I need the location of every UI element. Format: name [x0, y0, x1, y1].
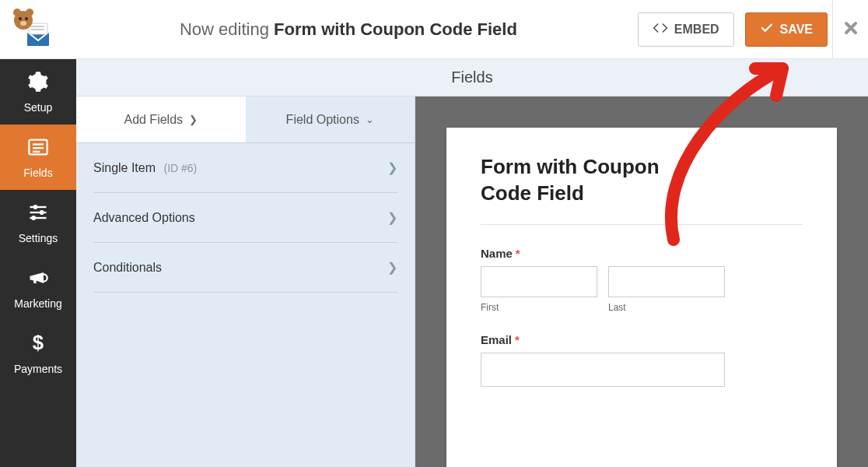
- list-icon: [27, 136, 49, 160]
- required-marker: *: [515, 333, 520, 346]
- svg-point-16: [33, 205, 38, 209]
- email-input[interactable]: [481, 353, 725, 387]
- divider: [481, 224, 803, 225]
- check-icon: [760, 21, 774, 38]
- chevron-right-icon: ❯: [189, 114, 198, 125]
- sidebar-label: Setup: [24, 101, 53, 114]
- embed-button[interactable]: EMBED: [638, 12, 734, 47]
- chevron-right-icon: ❯: [387, 210, 397, 225]
- option-advanced[interactable]: Advanced Options ❯: [93, 193, 397, 243]
- code-icon: [653, 20, 668, 39]
- option-single-item[interactable]: Single Item (ID #6) ❯: [93, 143, 397, 193]
- embed-label: EMBED: [674, 23, 719, 37]
- last-sublabel: Last: [608, 302, 725, 313]
- close-icon[interactable]: [842, 19, 860, 40]
- first-name-input[interactable]: [481, 266, 597, 297]
- field-panel: Add Fields ❯ Field Options ⌄ Single Item: [76, 97, 415, 467]
- gear-icon: [27, 71, 49, 95]
- editing-prefix: Now editing: [180, 19, 269, 39]
- sidebar-item-fields[interactable]: Fields: [0, 125, 76, 190]
- save-label: SAVE: [780, 23, 813, 37]
- svg-point-7: [26, 9, 33, 16]
- option-label: Advanced Options: [93, 211, 195, 225]
- option-conditionals[interactable]: Conditionals ❯: [93, 243, 397, 293]
- form-card: Form with Coupon Code Field Name * First: [446, 128, 837, 467]
- form-title: Form with Coupon Code Field: [481, 154, 683, 207]
- option-label: Single Item: [93, 161, 156, 174]
- bullhorn-icon: [27, 267, 49, 291]
- svg-rect-2: [29, 23, 47, 34]
- sidebar-item-marketing[interactable]: Marketing: [0, 255, 76, 321]
- sidebar-item-setup[interactable]: Setup: [0, 59, 76, 125]
- dollar-icon: $: [27, 332, 49, 356]
- chevron-right-icon: ❯: [387, 160, 397, 175]
- panel-header: Fields: [76, 59, 868, 97]
- sidebar: Setup Fields Settings Marketing: [0, 59, 76, 467]
- sidebar-label: Payments: [14, 363, 62, 375]
- name-label: Name: [481, 247, 513, 260]
- svg-point-10: [20, 21, 26, 26]
- sidebar-item-payments[interactable]: $ Payments: [0, 321, 76, 386]
- last-name-input[interactable]: [608, 266, 725, 297]
- chevron-down-icon: ⌄: [366, 114, 374, 125]
- required-marker: *: [516, 247, 520, 260]
- first-sublabel: First: [481, 302, 597, 313]
- tab-add-fields[interactable]: Add Fields ❯: [76, 97, 246, 143]
- tab-label: Add Fields: [124, 113, 183, 127]
- svg-text:$: $: [33, 332, 44, 353]
- sidebar-label: Settings: [19, 232, 58, 244]
- top-bar: Now editing Form with Coupon Code Field …: [0, 0, 868, 59]
- svg-point-6: [13, 9, 21, 16]
- email-label: Email: [481, 333, 512, 346]
- option-meta: (ID #6): [164, 162, 198, 174]
- name-field-group: Name * First Last: [481, 247, 803, 313]
- sidebar-item-settings[interactable]: Settings: [0, 190, 76, 255]
- sidebar-label: Fields: [23, 167, 52, 179]
- editing-title: Now editing Form with Coupon Code Field: [59, 19, 638, 40]
- tab-label: Field Options: [286, 113, 359, 127]
- svg-point-8: [19, 17, 22, 20]
- tab-field-options[interactable]: Field Options ⌄: [246, 97, 415, 143]
- svg-point-18: [40, 210, 44, 215]
- option-label: Conditionals: [93, 261, 162, 275]
- svg-point-9: [25, 17, 28, 20]
- app-logo: [9, 8, 59, 51]
- email-field-group: Email *: [481, 333, 803, 387]
- chevron-right-icon: ❯: [387, 260, 397, 275]
- svg-point-20: [31, 216, 36, 220]
- sliders-icon: [27, 202, 49, 226]
- save-button[interactable]: SAVE: [745, 12, 828, 47]
- form-preview-area: Form with Coupon Code Field Name * First: [415, 97, 868, 467]
- editing-name: Form with Coupon Code Field: [274, 19, 517, 39]
- sidebar-label: Marketing: [14, 297, 61, 310]
